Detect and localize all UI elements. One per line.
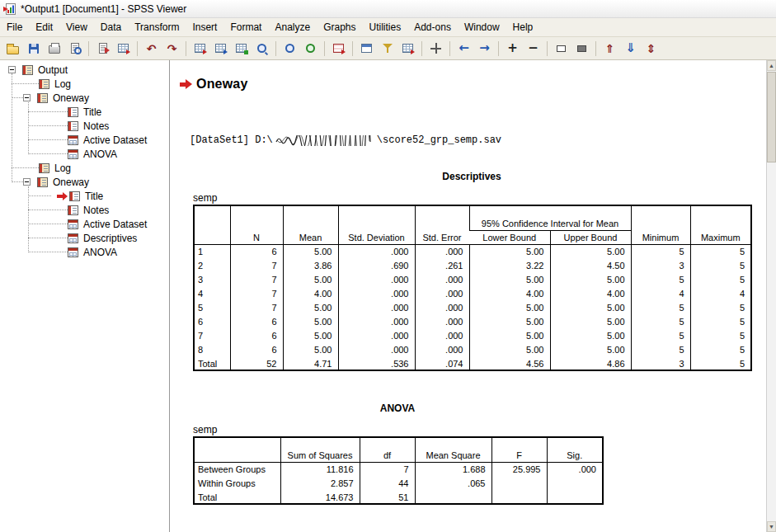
scroll-down-button[interactable]: ▼ — [767, 521, 776, 532]
outline-item-label: ANOVA — [82, 148, 119, 160]
scroll-up-button[interactable]: ▲ — [767, 60, 776, 71]
table-row: 665.00.000.0005.005.0055 — [194, 314, 751, 328]
outline-item-title[interactable]: Title — [0, 189, 169, 203]
print-button[interactable] — [45, 39, 63, 58]
menu-analyze[interactable]: Analyze — [268, 18, 317, 36]
menu-help[interactable]: Help — [506, 18, 540, 36]
table-icon — [68, 219, 78, 229]
menu-view[interactable]: View — [59, 18, 94, 36]
show-output-button[interactable] — [552, 39, 571, 58]
table-cell: 3.86 — [283, 258, 338, 272]
current-item-arrow-icon — [51, 192, 68, 200]
use-variable-sets-button[interactable] — [280, 39, 299, 58]
row-label: 6 — [194, 314, 230, 328]
table-cell: 4.00 — [550, 286, 631, 300]
goto-output-button[interactable] — [398, 39, 417, 58]
export-output-button[interactable] — [93, 39, 112, 58]
insert-text-button[interactable]: ⇕ — [642, 39, 661, 58]
recall-dialogs-button[interactable] — [114, 39, 133, 58]
insert-title-button[interactable]: ⇓ — [621, 39, 640, 58]
outline-item-anova[interactable]: ANOVA — [0, 147, 169, 161]
anova-table[interactable]: Sum of Squares df Mean Square F Sig. Bet… — [193, 436, 604, 505]
outline-item-descriptives[interactable]: Descriptives — [0, 231, 169, 245]
table-cell: 4.86 — [550, 356, 631, 370]
tree-expander[interactable] — [23, 178, 31, 186]
vertical-scrollbar[interactable]: ▲ ▼ — [766, 60, 776, 532]
menu-insert[interactable]: Insert — [186, 18, 223, 36]
select-objects-button[interactable] — [426, 39, 445, 58]
variables-button[interactable] — [232, 39, 251, 58]
menu-data[interactable]: Data — [94, 18, 128, 36]
outline-item-active-dataset[interactable]: Active Dataset — [0, 217, 169, 231]
tree-expander[interactable] — [23, 94, 31, 101]
row-label: 5 — [194, 300, 230, 314]
undo-button[interactable]: ↶ — [142, 39, 161, 58]
output-heading[interactable]: Oneway — [196, 77, 248, 92]
column-header: Mean Square — [415, 437, 491, 462]
table-cell: 7 — [360, 462, 415, 476]
scroll-track[interactable] — [767, 71, 776, 521]
descriptives-table[interactable]: N Mean Std. Deviation Std. Error 95% Con… — [193, 205, 752, 371]
menu-window[interactable]: Window — [458, 18, 506, 36]
scroll-thumb[interactable] — [767, 72, 776, 162]
outline-item-oneway[interactable]: Oneway — [0, 175, 169, 189]
ci-span-header: 95% Confidence Interval for Mean — [469, 205, 631, 230]
hide-output-button[interactable] — [572, 39, 591, 58]
table-cell: .000 — [415, 272, 469, 286]
tree-expander[interactable] — [8, 66, 16, 73]
goto-case-button[interactable] — [211, 39, 230, 58]
menu-format[interactable]: Format — [223, 18, 268, 36]
insert-heading-button[interactable]: ⇑ — [600, 39, 619, 58]
table-cell: 5.00 — [550, 342, 631, 356]
hide-output-icon — [577, 45, 586, 52]
table-row: 474.00.000.0004.004.0044 — [194, 286, 751, 300]
outline-item-log[interactable]: Log — [0, 77, 169, 91]
table-cell: 5.00 — [550, 272, 631, 286]
outline-item-log[interactable]: Log — [0, 161, 169, 175]
print-preview-button[interactable] — [65, 39, 84, 58]
menu-add-ons[interactable]: Add-ons — [407, 18, 458, 36]
open-file-button[interactable] — [3, 39, 22, 58]
outline-item-oneway[interactable]: Oneway — [0, 91, 169, 105]
find-button[interactable] — [252, 39, 271, 58]
table-cell: 3 — [631, 356, 690, 370]
table-cell: 5 — [631, 272, 690, 286]
table-cell: 7 — [230, 286, 283, 300]
toolbar: ↶↷←→+−⇑⇓⇕ — [0, 37, 776, 60]
expand-outline-button[interactable]: + — [503, 39, 522, 58]
goto-data-button[interactable] — [190, 39, 209, 58]
stub-header — [194, 205, 230, 244]
column-header: Sig. — [547, 437, 603, 462]
designate-window-button[interactable] — [357, 39, 376, 58]
filter-display-button[interactable] — [378, 39, 397, 58]
menu-file[interactable]: File — [0, 18, 29, 36]
goto-data-icon — [195, 44, 205, 53]
table-cell: 7 — [230, 272, 283, 286]
select-last-output-button[interactable] — [329, 39, 348, 58]
tree-connector — [28, 238, 68, 238]
demote-outline-button[interactable]: → — [475, 39, 494, 58]
outline-item-label: Log — [53, 78, 73, 90]
menu-transform[interactable]: Transform — [128, 18, 186, 36]
outline-item-label: Descriptives — [82, 233, 139, 244]
show-variables-button[interactable] — [301, 39, 320, 58]
outline-item-anova[interactable]: ANOVA — [0, 245, 169, 259]
outline-item-notes[interactable]: Notes — [0, 119, 169, 133]
outline-item-notes[interactable]: Notes — [0, 203, 169, 217]
row-label: Total — [194, 490, 280, 504]
toolbar-separator — [275, 41, 276, 56]
menu-utilities[interactable]: Utilities — [363, 18, 408, 36]
export-output-icon — [99, 43, 107, 54]
outline-item-output[interactable]: Output — [0, 63, 169, 77]
save-button[interactable] — [24, 39, 43, 58]
redo-button[interactable]: ↷ — [162, 39, 181, 58]
outline-item-title[interactable]: Title — [0, 105, 169, 119]
menu-edit[interactable]: Edit — [29, 18, 59, 36]
promote-outline-button[interactable]: ← — [454, 39, 473, 58]
outline-item-active-dataset[interactable]: Active Dataset — [0, 133, 169, 147]
dataset-log-line[interactable]: [DataSet1] D:\ \score52_grp_semp.sav — [190, 134, 766, 146]
row-label: 3 — [194, 272, 230, 286]
collapse-outline-icon: − — [528, 42, 538, 54]
collapse-outline-button[interactable]: − — [524, 39, 543, 58]
menu-graphs[interactable]: Graphs — [317, 18, 362, 36]
